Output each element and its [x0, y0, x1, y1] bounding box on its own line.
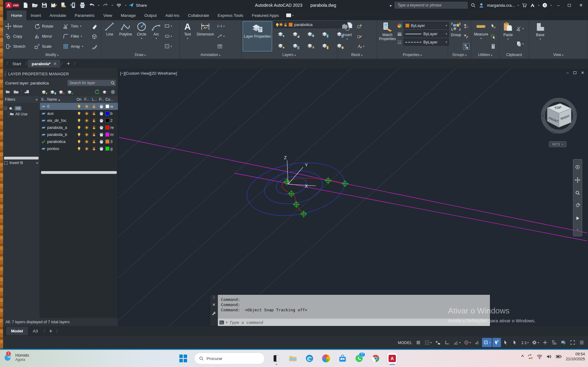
- collapse-box-icon[interactable]: [4, 107, 7, 110]
- layer-lock-icon[interactable]: [92, 104, 97, 109]
- settings-gear-icon[interactable]: [110, 89, 116, 95]
- ribbon-button-fillet[interactable]: Fillet ▾: [62, 33, 91, 39]
- autoscale-button[interactable]: [502, 338, 510, 347]
- layer-freeze-icon[interactable]: ❄: [307, 30, 314, 38]
- close-button[interactable]: ✕: [576, 3, 586, 8]
- viewcube-east[interactable]: E: [575, 112, 578, 116]
- layer-freeze-icon[interactable]: [84, 139, 89, 144]
- ribbon-button-ungroup[interactable]: [463, 23, 469, 29]
- ribbon-button-ellipse[interactable]: ▾: [164, 33, 172, 39]
- panel-label-layers[interactable]: Layers ▾: [241, 51, 337, 59]
- ribbon-tab-insert[interactable]: Insert: [26, 10, 45, 20]
- ribbon-button-line[interactable]: Line: [102, 21, 117, 51]
- layer-lock-icon[interactable]: [92, 146, 97, 151]
- layout-tab-model[interactable]: Model: [6, 327, 28, 335]
- customization-button[interactable]: [578, 338, 586, 347]
- ribbon-button-dim-linear[interactable]: ▾: [217, 23, 225, 29]
- layer-on-icon[interactable]: [77, 132, 82, 137]
- panel-label-view[interactable]: View ▾: [529, 51, 588, 59]
- panel-label-draw[interactable]: Draw ▾: [101, 51, 179, 59]
- redo-button[interactable]: [102, 2, 109, 9]
- new-drawing-button[interactable]: +: [64, 60, 73, 67]
- command-input[interactable]: [230, 320, 490, 325]
- panel-label-annotation[interactable]: Annotation ▾: [180, 51, 241, 59]
- layer-lock-icon[interactable]: [92, 118, 97, 123]
- lineweight-icon[interactable]: [397, 31, 402, 37]
- autodesk-logo-icon[interactable]: [530, 2, 535, 8]
- ribbon-button-mirror[interactable]: Mirror: [33, 33, 62, 39]
- sync-icon[interactable]: [527, 354, 533, 360]
- battery-icon[interactable]: [556, 354, 562, 360]
- command-window[interactable]: ✕ Command:Command:Command: <Object Snap …: [210, 294, 490, 326]
- invert-collapse-icon[interactable]: «: [36, 161, 38, 165]
- annotation-monitor-button[interactable]: [541, 338, 549, 347]
- layer-lock-icon[interactable]: [92, 132, 97, 137]
- ribbon-button-block-create[interactable]: [357, 23, 364, 29]
- layer-on-icon[interactable]: [77, 139, 82, 144]
- taskbar-clock[interactable]: 09:5421/10/2025: [566, 352, 585, 361]
- property-dropdown-1[interactable]: ByLayer▾: [404, 30, 449, 37]
- new-file-button[interactable]: [22, 2, 29, 9]
- layer-list-header[interactable]: S... Name ▲ On F... L... P... Co...: [40, 96, 118, 103]
- layer-on-icon[interactable]: [77, 104, 82, 109]
- new-frozen-layer-icon[interactable]: ❄: [50, 89, 56, 95]
- ribbon-button-select-similar[interactable]: [490, 33, 496, 39]
- layer-search-input[interactable]: [67, 80, 116, 86]
- start-icon[interactable]: [179, 354, 188, 363]
- viewcube-south[interactable]: S: [552, 131, 555, 135]
- new-property-filter-icon[interactable]: [5, 89, 11, 95]
- ribbon-button-dimension[interactable]: Dimension: [194, 21, 216, 51]
- layer-freeze-icon[interactable]: [84, 111, 89, 116]
- ribbon-button-stretch[interactable]: Stretch: [4, 43, 33, 50]
- invert-filter-checkbox[interactable]: [4, 161, 8, 165]
- ribbon-button-offset[interactable]: [91, 43, 97, 50]
- ribbon-button-block-edit[interactable]: [357, 33, 364, 39]
- layer-unisolate-icon[interactable]: ▤: [292, 42, 299, 49]
- layer-color-swatch[interactable]: [105, 104, 109, 108]
- ribbon-display-toggle[interactable]: ▾: [286, 10, 294, 20]
- graphics-performance-button[interactable]: [559, 338, 568, 347]
- dynamic-input-button[interactable]: [434, 338, 442, 347]
- weather-widget[interactable]: 2 Húmido Agora: [4, 352, 29, 362]
- navigation-bar[interactable]: ▾: [573, 159, 582, 236]
- property-dropdown-2[interactable]: ByLayer▾: [404, 39, 449, 46]
- help-icon[interactable]: ?: [542, 2, 548, 8]
- ribbon-button-copy-clip[interactable]: ▾: [516, 41, 524, 47]
- layer-color-swatch[interactable]: [105, 133, 109, 137]
- viewport-controls-label[interactable]: [−][Custom View][2D Wireframe]: [120, 71, 177, 76]
- layer-freeze-icon[interactable]: [84, 125, 89, 130]
- annotation-scale-button[interactable]: [511, 338, 519, 347]
- layer-isolate-icon[interactable]: ◢: [292, 30, 299, 38]
- filter-tree-item-all[interactable]: ✓All: [4, 105, 39, 111]
- palette-title-bar[interactable]: LAYER PROPERTIES MANAGER: [3, 70, 118, 78]
- ortho-mode-button[interactable]: [443, 338, 451, 347]
- viewport-restore-icon[interactable]: [573, 70, 576, 75]
- print-button[interactable]: [79, 2, 86, 9]
- orbit-icon[interactable]: [575, 203, 580, 208]
- navbar-caret-icon[interactable]: ▾: [577, 228, 578, 231]
- panel-label-modify[interactable]: Modify ▾: [3, 51, 101, 59]
- ribbon-tab-annotate[interactable]: Annotate: [45, 10, 70, 20]
- layer-plot-icon[interactable]: [99, 139, 104, 144]
- layer-off-icon[interactable]: ●: [277, 30, 285, 38]
- phonelink-taskbar-button[interactable]: [271, 352, 281, 365]
- layer-freeze-icon[interactable]: [84, 118, 89, 123]
- ribbon-button-circle[interactable]: Circle▾: [134, 21, 149, 51]
- taskbar-search[interactable]: Procurar: [194, 353, 265, 364]
- layer-plot-icon[interactable]: [99, 111, 104, 116]
- ribbon-button-rectangle[interactable]: ▾: [164, 23, 172, 29]
- ribbon-button-box3d[interactable]: [91, 33, 97, 39]
- ribbon-button-rotate[interactable]: Rotate: [33, 23, 62, 29]
- ribbon-button-group[interactable]: Group: [449, 21, 463, 51]
- zoom-icon[interactable]: [575, 190, 580, 196]
- layer-list-scrollbar[interactable]: [41, 171, 117, 174]
- ribbon-button-paste[interactable]: Paste▾: [501, 21, 515, 51]
- layer-row-parabola_a[interactable]: parabola_are: [40, 124, 118, 131]
- ribbon-button-polyline[interactable]: Polyline: [117, 21, 134, 51]
- showmotion-icon[interactable]: [575, 215, 580, 221]
- volume-icon[interactable]: [546, 354, 552, 360]
- ribbon-button-cut-clip[interactable]: ▾: [516, 26, 524, 32]
- viewcube[interactable]: WESTOPFRONTRIGHTWCS▾: [539, 97, 582, 150]
- layer-plot-icon[interactable]: [99, 118, 104, 123]
- layer-color-swatch[interactable]: [105, 111, 109, 115]
